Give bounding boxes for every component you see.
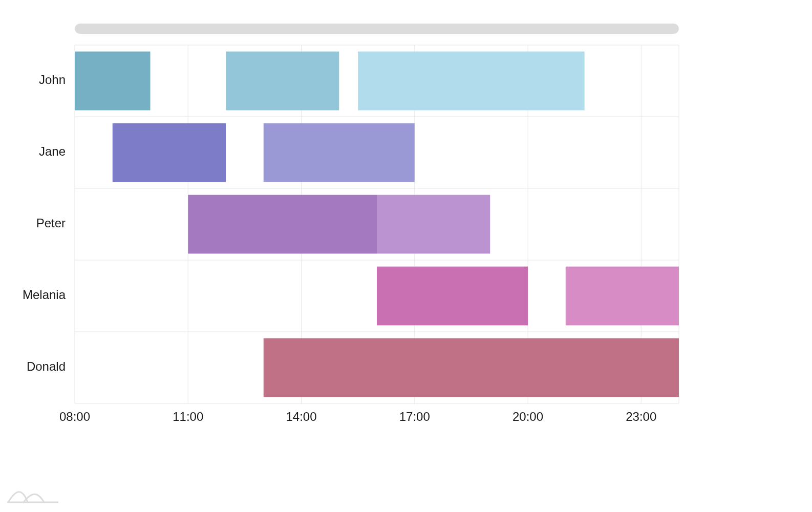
y-axis-category-label: Donald [27, 359, 66, 373]
gantt-bar[interactable] [377, 267, 528, 326]
gantt-bar[interactable] [226, 52, 339, 111]
y-axis-category-label: John [39, 73, 66, 87]
x-axis-tick-label: 14:00 [286, 410, 316, 423]
gantt-chart: JohnJanePeterMelaniaDonald08:0011:0014:0… [0, 0, 812, 512]
x-axis-tick-label: 17:00 [399, 410, 430, 423]
gantt-bar[interactable] [264, 123, 415, 182]
gantt-bar[interactable] [377, 195, 490, 254]
gantt-bar[interactable] [358, 52, 585, 111]
y-axis-category-label: Melania [23, 288, 66, 302]
y-axis-category-label: Peter [36, 216, 66, 230]
x-axis-tick-label: 20:00 [512, 410, 543, 423]
x-axis-tick-label: 11:00 [173, 410, 203, 423]
y-axis-category-label: Jane [39, 144, 66, 158]
gantt-bar[interactable] [264, 338, 679, 397]
amcharts-logo [7, 485, 58, 506]
gantt-bar[interactable] [75, 52, 151, 111]
x-axis-tick-label: 23:00 [626, 410, 656, 423]
gantt-bar[interactable] [113, 123, 226, 182]
x-axis-tick-label: 08:00 [59, 410, 90, 423]
gantt-bar[interactable] [566, 267, 679, 326]
gantt-bar[interactable] [188, 195, 377, 254]
